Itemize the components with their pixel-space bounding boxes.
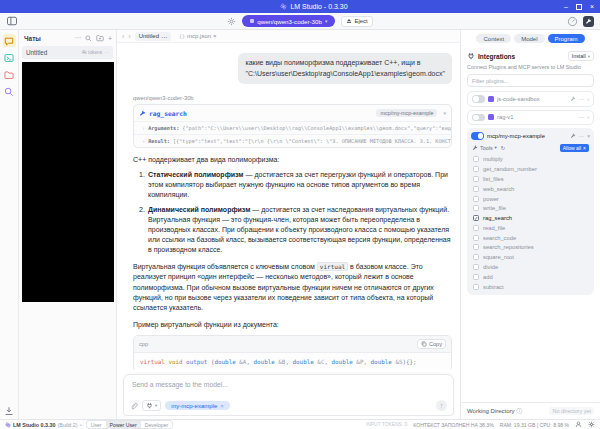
composer-placeholder[interactable]: Send a message to the model... [129, 380, 448, 400]
plugin-expand-icon[interactable]: › [587, 96, 589, 102]
send-message-button[interactable]: ↑ [436, 400, 447, 411]
tab-untitled[interactable]: Untitled ⋯ [135, 32, 171, 41]
user-message-line2: "C:\Users\user\Desktop\rag\ConsoleApp1\e… [245, 69, 445, 80]
tool-checkbox[interactable] [473, 264, 479, 270]
tool-row-write_file[interactable]: write_file [471, 203, 590, 213]
tool-checkbox[interactable] [473, 166, 479, 172]
tool-checkbox[interactable] [473, 274, 479, 280]
nav-developer-button[interactable] [3, 51, 16, 64]
mode-user[interactable]: User [87, 421, 106, 428]
tab-program[interactable]: Program [548, 34, 585, 43]
tool-row-subtract[interactable]: subtract [471, 282, 590, 292]
copy-code-button[interactable]: Copy [417, 339, 446, 349]
plugin-more-button[interactable]: ⋯ [579, 96, 585, 102]
tool-checkbox[interactable] [473, 156, 479, 162]
message-composer[interactable]: Send a message to the model... ▾ my-mcp-… [123, 374, 454, 416]
eject-model-button[interactable]: Eject [341, 16, 372, 27]
tool-checkbox[interactable]: ✓ [473, 215, 479, 221]
close-button[interactable]: × [590, 3, 594, 10]
minimize-button[interactable]: – [564, 3, 568, 10]
nav-chat-button[interactable] [3, 34, 16, 47]
active-plugin-chip[interactable]: my-mcp-example × [165, 401, 230, 410]
tool-row-web_search[interactable]: web_search [471, 184, 590, 194]
sidebar-toggle-icon[interactable] [6, 15, 18, 27]
new-folder-icon[interactable] [96, 34, 104, 42]
user-account-icon[interactable] [575, 421, 582, 428]
downloads-button[interactable] [4, 406, 14, 416]
loaded-model-selector[interactable]: qwen/qwen3-coder-30b ▾ [242, 15, 335, 27]
tool-checkbox[interactable] [473, 254, 479, 260]
refresh-tools-icon[interactable]: ↻ [501, 145, 506, 151]
tool-checkbox[interactable] [473, 235, 479, 241]
code-token: output [186, 359, 211, 365]
plugin-toggle[interactable] [472, 95, 485, 103]
chats-search-icon[interactable] [85, 35, 92, 42]
tool-row-power[interactable]: power [471, 194, 590, 204]
tool-arguments-row[interactable]: › Arguments: {"path":"C:\\Users\\user\\D… [134, 121, 451, 134]
plugin-more-button[interactable]: ⋯ [579, 133, 585, 139]
chat-item-more-button[interactable]: ⋯ [104, 50, 109, 55]
nav-back-button[interactable]: ‹ [122, 33, 124, 40]
app-version[interactable]: LM Studio 0.3.30 (Build 2) ▴ [5, 422, 82, 428]
plugin-row-js-code-sandbox[interactable]: js-code-sandbox ⋯ › [467, 91, 594, 107]
tools-wrench-icon [570, 96, 576, 102]
developer-tools-button[interactable] [583, 16, 594, 27]
allow-all-badge[interactable]: Allow all × [560, 144, 589, 152]
tool-row-get_random_number[interactable]: get_random_number [471, 164, 590, 174]
chats-more-button[interactable]: ⋯ [74, 34, 81, 42]
tool-row-rag_search[interactable]: ✓rag_search [471, 213, 590, 223]
plugin-toggle[interactable] [471, 132, 484, 140]
tool-row-add[interactable]: add [471, 272, 590, 282]
tool-checkbox[interactable] [473, 225, 479, 231]
tool-collapse-icon[interactable]: ▾ [443, 110, 446, 116]
new-chat-button[interactable]: + [108, 35, 112, 42]
tool-row-search_code[interactable]: search_code [471, 233, 590, 243]
plugin-toggle[interactable] [472, 114, 485, 122]
plugins-menu-button[interactable]: ▾ [142, 400, 161, 411]
tab-more-button[interactable]: ⋯ [161, 33, 167, 40]
tool-row-multiply[interactable]: multiply [471, 155, 590, 165]
nav-forward-button[interactable]: › [128, 33, 130, 40]
tool-checkbox[interactable] [473, 284, 479, 290]
tool-row-list_files[interactable]: list_files [471, 174, 590, 184]
app-logo-icon [5, 422, 11, 428]
tools-dropdown[interactable]: Tools [480, 145, 493, 151]
tools-wrench-icon [570, 133, 576, 139]
tool-row-read_file[interactable]: read_file [471, 223, 590, 233]
model-settings-gear-icon[interactable] [227, 17, 236, 26]
tool-checkbox[interactable] [473, 186, 479, 192]
conversation-scroll[interactable]: какие виды полиморфизма поддерживает C++… [117, 43, 460, 370]
attach-file-icon[interactable] [130, 402, 138, 410]
plugin-icon [488, 96, 494, 102]
tool-row-square_root[interactable]: square_root [471, 252, 590, 262]
remove-allow-all-icon[interactable]: × [583, 145, 586, 151]
remove-plugin-icon[interactable]: × [220, 403, 224, 409]
maximize-button[interactable] [576, 4, 582, 10]
tool-result-row[interactable]: › Result: [{"type":"text","text":"[\r\n … [134, 134, 451, 147]
settings-gear-icon[interactable] [588, 421, 595, 428]
tool-checkbox[interactable] [473, 176, 479, 182]
tab-context[interactable]: Context [476, 34, 511, 43]
nav-discover-button[interactable] [3, 85, 16, 98]
plugin-collapse-icon[interactable]: ▾ [587, 133, 590, 139]
tool-checkbox[interactable] [473, 205, 479, 211]
resource-monitor-icon[interactable] [567, 16, 578, 27]
tool-row-divide[interactable]: divide [471, 262, 590, 272]
tool-checkbox[interactable] [473, 196, 479, 202]
plugin-row-rag-v1[interactable]: rag-v1 ⋯ › [467, 110, 594, 126]
tab-mcp-json[interactable]: {} mcp.json × [175, 32, 221, 40]
tab-close-icon[interactable]: × [213, 33, 217, 39]
filter-plugins-input[interactable]: Filter plugins... [467, 74, 594, 87]
plugin-more-button[interactable]: ⋯ [579, 114, 585, 120]
tab-model[interactable]: Model [514, 34, 544, 43]
tool-checkbox[interactable] [473, 244, 479, 250]
chat-list-item[interactable]: Untitled 4k tokens ⋯ [22, 46, 113, 59]
tool-call-block[interactable]: rag_search mcp/my-mcp-example ▾ › Argume… [133, 104, 452, 148]
nav-my-models-button[interactable] [3, 68, 16, 81]
mode-power-user[interactable]: Power User [106, 421, 141, 428]
install-button[interactable]: Install ▾ [568, 51, 594, 61]
working-directory-value[interactable]: No directory yet [549, 407, 594, 415]
mode-developer[interactable]: Developer [141, 421, 173, 428]
tool-row-search_repositories[interactable]: search_repositories [471, 243, 590, 253]
plugin-expand-icon[interactable]: › [587, 114, 589, 120]
